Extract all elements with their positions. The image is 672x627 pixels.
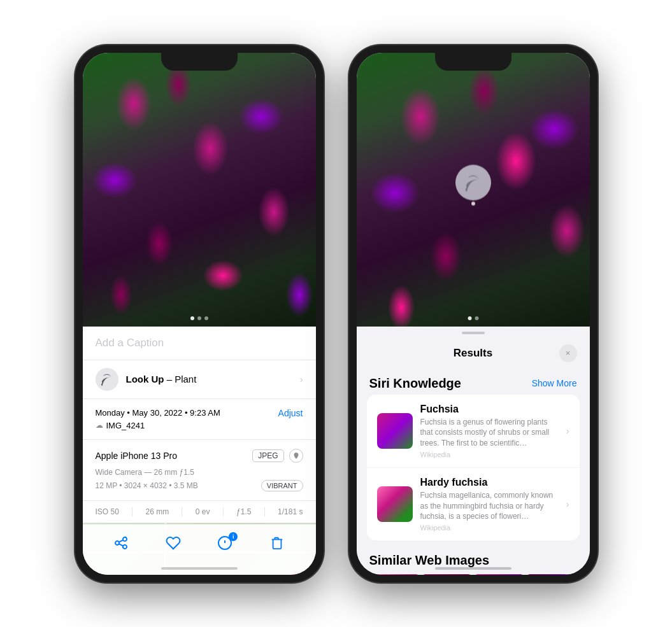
photo-main-2[interactable] <box>357 53 590 327</box>
format-badge: JPEG <box>252 449 283 462</box>
adjust-button[interactable]: Adjust <box>278 408 303 418</box>
results-title: Results <box>387 347 559 360</box>
phone-1: Add a Caption Look Up – Plant › <box>75 45 324 582</box>
camera-mp: 12 MP • 3024 × 4032 • 3.5 MB <box>96 481 198 490</box>
hardy-fuchsia-text: Hardy fuchsia Fuchsia magellanica, commo… <box>420 477 556 532</box>
close-icon: × <box>566 348 571 358</box>
phone-1-screen: Add a Caption Look Up – Plant › <box>83 53 316 575</box>
lookup-label: Look Up – Plant <box>126 374 197 384</box>
dot-3 <box>204 316 208 320</box>
camera-lens: Wide Camera — 26 mm ƒ1.5 <box>96 468 303 477</box>
fuchsia-name: Fuchsia <box>420 404 556 415</box>
dot-1 <box>190 316 194 320</box>
notch <box>161 53 238 71</box>
location-badge-icon[interactable] <box>289 449 303 463</box>
phone-2: Results × Siri Knowledge Show More <box>349 45 597 582</box>
hardy-fuchsia-name: Hardy fuchsia <box>420 477 556 488</box>
phone-2-screen: Results × Siri Knowledge Show More <box>357 53 590 575</box>
exif-focal: 26 mm <box>145 507 169 516</box>
exif-iso: ISO 50 <box>96 507 119 516</box>
lookup-chevron-icon: › <box>300 374 303 384</box>
caption-area[interactable]: Add a Caption <box>83 327 316 360</box>
info-button[interactable]: i <box>213 533 236 556</box>
siri-lookup-badge[interactable] <box>455 164 491 200</box>
favorite-button[interactable] <box>162 533 185 556</box>
web-images-section: Similar Web Images <box>357 547 590 574</box>
caption-placeholder[interactable]: Add a Caption <box>96 337 164 349</box>
knowledge-item-hardy-fuchsia[interactable]: Hardy fuchsia Fuchsia magellanica, commo… <box>367 468 580 540</box>
web-images-title: Similar Web Images <box>369 553 577 568</box>
photo-main-1[interactable] <box>83 53 316 327</box>
drag-handle[interactable] <box>462 332 485 334</box>
share-button[interactable] <box>110 533 132 556</box>
camera-name: Apple iPhone 13 Pro <box>96 451 177 461</box>
meta-section: Monday • May 30, 2022 • 9:23 AM Adjust ☁… <box>83 399 316 440</box>
home-indicator-2 <box>435 567 511 570</box>
hardy-fuchsia-chevron-icon: › <box>566 499 569 509</box>
trash-icon <box>270 536 284 554</box>
show-more-button[interactable]: Show More <box>532 378 577 388</box>
photo-location: ☁ IMG_4241 <box>96 421 303 430</box>
share-icon <box>113 535 129 554</box>
exif-aperture: ƒ1.5 <box>236 507 251 516</box>
exif-row: ISO 50 26 mm 0 ev ƒ1.5 1/181 s <box>83 501 316 523</box>
lookup-row[interactable]: Look Up – Plant › <box>83 360 316 399</box>
fuchsia-text: Fuchsia Fuchsia is a genus of flowering … <box>420 404 556 458</box>
siri-badge-dot <box>471 201 475 205</box>
camera-badges: JPEG <box>252 449 303 463</box>
hardy-fuchsia-desc: Fuchsia magellanica, commonly known as t… <box>420 490 556 522</box>
info-badge: i <box>229 532 238 541</box>
fuchsia-desc: Fuchsia is a genus of flowering plants t… <box>420 417 556 449</box>
heart-icon <box>166 535 181 554</box>
knowledge-item-fuchsia[interactable]: Fuchsia Fuchsia is a genus of flowering … <box>367 395 580 468</box>
photo-dots-2 <box>468 316 478 320</box>
fuchsia-thumbnail <box>377 413 413 449</box>
camera-section: Apple iPhone 13 Pro JPEG Wide Camera — 2… <box>83 440 316 501</box>
siri-knowledge-title: Siri Knowledge <box>369 376 461 391</box>
results-panel: Results × Siri Knowledge Show More <box>357 327 590 575</box>
knowledge-card: Fuchsia Fuchsia is a genus of flowering … <box>367 395 580 541</box>
photo-date: Monday • May 30, 2022 • 9:23 AM <box>96 408 220 418</box>
fuchsia-source: Wikipedia <box>420 451 556 458</box>
dot-1 <box>468 316 471 320</box>
exif-shutter: 1/181 s <box>278 507 303 516</box>
delete-button[interactable] <box>266 533 289 556</box>
notch-2 <box>435 53 511 71</box>
results-header: Results × <box>357 339 590 370</box>
hardy-fuchsia-source: Wikipedia <box>420 524 556 532</box>
hardy-fuchsia-thumbnail <box>377 486 413 522</box>
vibrant-badge: VIBRANT <box>261 480 303 491</box>
fuchsia-chevron-icon: › <box>566 426 569 436</box>
close-button[interactable]: × <box>559 344 577 362</box>
exif-ev: 0 ev <box>196 507 210 516</box>
dot-2 <box>197 316 201 320</box>
filename: IMG_4241 <box>106 421 145 430</box>
photo-dots <box>190 316 208 320</box>
cloud-icon: ☁ <box>96 421 103 430</box>
lookup-icon <box>96 368 118 391</box>
dot-2 <box>475 316 478 320</box>
home-indicator <box>161 567 238 570</box>
siri-knowledge-header: Siri Knowledge Show More <box>357 370 590 395</box>
